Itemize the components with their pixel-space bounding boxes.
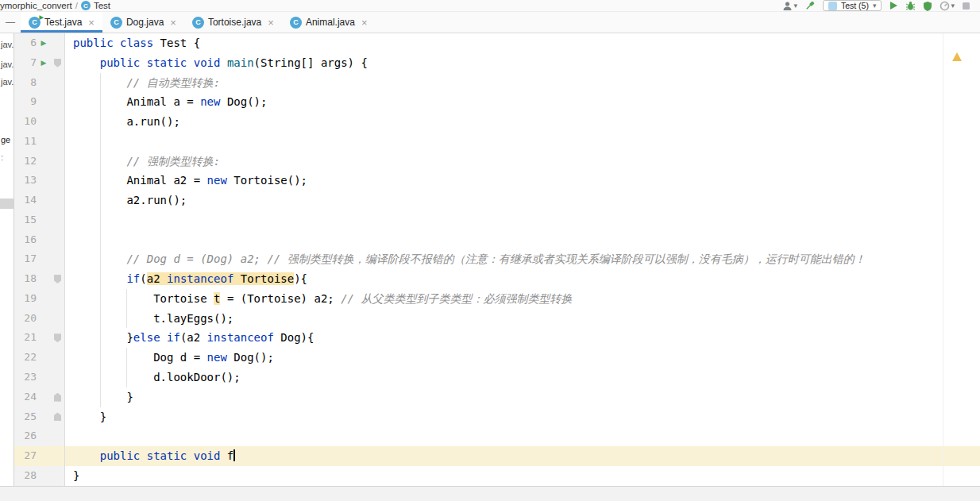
code-line[interactable]: 9 Animal a = new Dog(); [14, 92, 980, 112]
gutter[interactable]: 24 [14, 387, 65, 407]
line-number[interactable]: 17 [14, 249, 37, 269]
line-number[interactable]: 21 [14, 328, 37, 348]
line-number[interactable]: 22 [14, 348, 37, 368]
code-line[interactable]: 10 a.run(); [14, 112, 980, 132]
code-text[interactable]: // 自动类型转换: [65, 73, 980, 93]
close-icon[interactable]: × [170, 17, 176, 29]
gutter[interactable]: 12 [14, 152, 65, 171]
code-line[interactable]: 27 public static void f [14, 446, 980, 466]
line-number[interactable]: 26 [14, 426, 37, 446]
line-number[interactable]: 19 [14, 289, 37, 309]
code-text[interactable]: public static void main(String[] args) { [65, 53, 980, 73]
code-line[interactable]: 8 // 自动类型转换: [14, 73, 980, 93]
breadcrumb-class[interactable]: Test [94, 1, 110, 10]
code-line[interactable]: 22 Dog d = new Dog(); [14, 348, 980, 368]
code-text[interactable]: a2.run(); [65, 191, 980, 210]
line-number[interactable]: 23 [14, 368, 37, 387]
line-number[interactable]: 8 [14, 73, 37, 93]
build-button[interactable] [804, 0, 816, 11]
tab-animal-java[interactable]: C Animal.java × [282, 12, 376, 33]
code-text[interactable]: Tortoise t = (Tortoise) a2; // 从父类类型到子类类… [65, 289, 980, 309]
gutter[interactable]: 19 [14, 289, 65, 309]
gutter[interactable]: 7▶ [14, 53, 65, 73]
gutter[interactable]: 27 [14, 446, 65, 466]
profiler-button[interactable]: ▾ [939, 1, 955, 11]
fold-down-icon[interactable] [54, 333, 61, 342]
fold-down-icon[interactable] [54, 59, 61, 67]
code-line[interactable]: 21 }else if(a2 instanceof Dog){ [14, 328, 980, 348]
code-text[interactable]: Animal a2 = new Tortoise(); [65, 171, 980, 191]
line-number[interactable]: 24 [14, 387, 37, 407]
gutter[interactable]: 10 [14, 112, 65, 132]
code-line[interactable]: 20 t.layEggs(); [14, 309, 980, 329]
gutter[interactable]: 22 [14, 348, 65, 368]
line-number[interactable]: 28 [14, 466, 37, 486]
code-line[interactable]: 23 d.lookDoor(); [14, 368, 980, 387]
hide-panel-icon[interactable]: — [0, 12, 21, 33]
gutter[interactable]: 26 [14, 426, 65, 446]
user-button[interactable]: ▾ [782, 1, 797, 11]
code-line[interactable]: 18 if(a2 instanceof Tortoise){ [14, 269, 980, 289]
code-text[interactable]: Dog d = new Dog(); [65, 348, 980, 368]
debug-button[interactable] [905, 1, 916, 11]
code-line[interactable]: 25 } [14, 407, 980, 427]
close-icon[interactable]: × [361, 17, 368, 29]
stop-button[interactable] [962, 2, 970, 10]
line-number[interactable]: 12 [14, 152, 37, 171]
code-text[interactable]: }else if(a2 instanceof Dog){ [65, 328, 980, 348]
code-line[interactable]: 11 [14, 132, 980, 152]
gutter[interactable]: 8 [14, 73, 65, 93]
code-line[interactable]: 26 [14, 426, 980, 446]
line-number[interactable]: 9 [14, 92, 37, 112]
gutter[interactable]: 20 [14, 309, 65, 329]
inspection-warning-icon[interactable]: ! [952, 39, 963, 48]
line-number[interactable]: 13 [14, 171, 37, 191]
tab-test-java[interactable]: C▶ Test.java × [21, 12, 102, 33]
code-text[interactable]: if(a2 instanceof Tortoise){ [65, 269, 980, 289]
code-line[interactable]: 13 Animal a2 = new Tortoise(); [14, 171, 980, 191]
code-text[interactable]: d.lookDoor(); [65, 368, 980, 387]
code-line[interactable]: 28} [14, 466, 980, 486]
code-text[interactable]: } [65, 407, 980, 427]
code-line[interactable]: 17 // Dog d = (Dog) a2; // 强制类型转换，编译阶段不报… [14, 249, 980, 269]
code-text[interactable] [65, 426, 980, 446]
close-icon[interactable]: × [88, 17, 95, 29]
line-number[interactable]: 11 [14, 132, 37, 152]
gutter[interactable]: 18 [14, 269, 65, 289]
run-button[interactable] [889, 1, 898, 10]
tab-dog-java[interactable]: C Dog.java × [102, 12, 184, 33]
gutter[interactable]: 9 [14, 92, 65, 112]
fold-up-icon[interactable] [54, 393, 61, 402]
code-line[interactable]: 6▶public class Test { [14, 33, 980, 53]
gutter[interactable]: 17 [14, 249, 65, 269]
code-line[interactable]: 19 Tortoise t = (Tortoise) a2; // 从父类类型到… [14, 289, 980, 309]
code-line[interactable]: 12 // 强制类型转换: [14, 152, 980, 171]
line-number[interactable]: 27 [14, 446, 37, 466]
run-gutter-icon[interactable]: ▶ [37, 59, 51, 67]
close-icon[interactable]: × [268, 17, 274, 29]
gutter[interactable]: 21 [14, 328, 65, 348]
line-number[interactable]: 14 [14, 191, 37, 210]
gutter[interactable]: 15 [14, 210, 65, 230]
line-number[interactable]: 25 [14, 407, 37, 427]
gutter[interactable]: 23 [14, 368, 65, 387]
code-text[interactable]: // Dog d = (Dog) a2; // 强制类型转换，编译阶段不报错的（… [65, 249, 980, 269]
code-line[interactable]: 14 a2.run(); [14, 191, 980, 210]
gutter[interactable]: 14 [14, 191, 65, 210]
gutter[interactable]: 6▶ [14, 33, 65, 53]
code-text[interactable]: t.layEggs(); [65, 309, 980, 329]
code-text[interactable] [65, 230, 980, 250]
code-line[interactable]: 24 } [14, 387, 980, 407]
gutter[interactable]: 13 [14, 171, 65, 191]
line-number[interactable]: 15 [14, 210, 37, 230]
code-line[interactable]: 15 [14, 210, 980, 230]
line-number[interactable]: 7 [14, 53, 37, 73]
code-text[interactable]: a.run(); [65, 112, 980, 132]
code-text[interactable]: } [65, 466, 980, 486]
gutter[interactable]: 25 [14, 407, 65, 427]
code-line[interactable]: 7▶ public static void main(String[] args… [14, 53, 980, 73]
gutter[interactable]: 11 [14, 132, 65, 152]
run-gutter-icon[interactable]: ▶ [37, 39, 51, 47]
line-number[interactable]: 20 [14, 309, 37, 329]
line-number[interactable]: 6 [14, 33, 37, 53]
